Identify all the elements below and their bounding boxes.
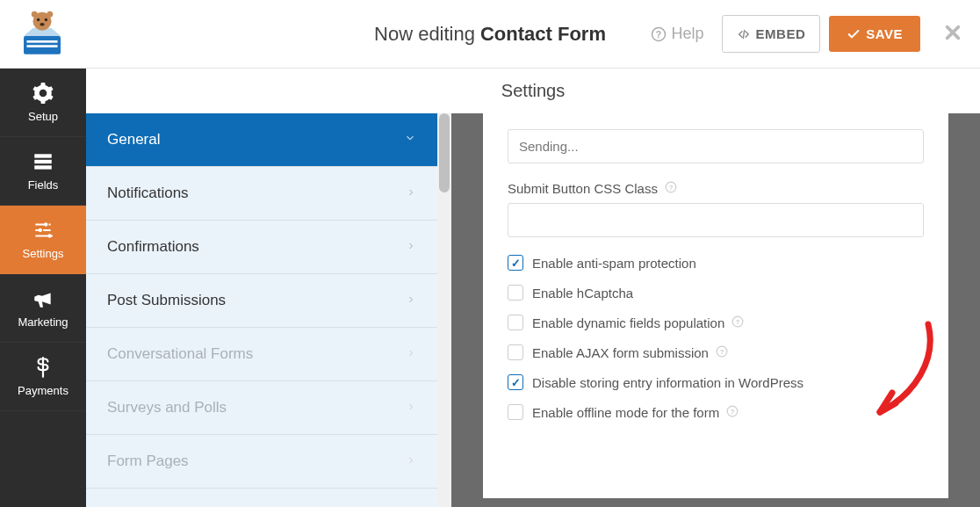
nav-marketing-label: Marketing <box>18 315 68 329</box>
setting-conversational-forms-label: Conversational Forms <box>107 345 253 363</box>
svg-point-7 <box>40 22 44 25</box>
submit-css-label: Submit Button CSS Class ? <box>508 181 924 196</box>
svg-point-6 <box>45 18 48 21</box>
setting-surveys-polls-label: Surveys and Polls <box>107 399 227 416</box>
chevron-right-icon <box>406 399 416 416</box>
check-ajax[interactable]: Enable AJAX form submission ? <box>508 344 924 360</box>
check-antispam[interactable]: Enable anti-spam protection <box>508 255 924 271</box>
top-bar: Now editing Contact Form ? Help EMBED SA… <box>0 0 980 69</box>
nav-payments-label: Payments <box>18 384 68 397</box>
svg-rect-14 <box>34 165 52 169</box>
ajax-label: Enable AJAX form submission <box>532 345 709 360</box>
side-nav: Setup Fields Settings Marketing Payments <box>0 69 86 507</box>
setting-confirmations[interactable]: Confirmations <box>86 221 437 274</box>
settings-list: General Notifications Confirmations Post… <box>86 113 437 507</box>
content-area: Submit Button CSS Class ? Enable anti-sp… <box>451 113 980 507</box>
antispam-label: Enable anti-spam protection <box>532 256 696 271</box>
offline-label: Enable offline mode for the form <box>532 405 719 420</box>
check-hcaptcha[interactable]: Enable hCaptcha <box>508 285 924 301</box>
chevron-right-icon <box>406 185 416 202</box>
nav-settings[interactable]: Settings <box>0 206 86 274</box>
setting-form-pages-label: Form Pages <box>107 453 189 470</box>
checkbox-disable-store[interactable] <box>508 374 523 390</box>
svg-point-16 <box>39 228 42 232</box>
svg-text:?: ? <box>669 184 674 192</box>
setting-conversational-forms[interactable]: Conversational Forms <box>86 328 437 381</box>
chevron-right-icon <box>406 345 416 363</box>
code-icon <box>737 27 751 41</box>
svg-rect-12 <box>34 154 52 157</box>
disable-store-label: Disable storing entry information in Wor… <box>532 375 803 390</box>
help-icon[interactable]: ? <box>716 345 728 360</box>
wpforms-logo <box>18 10 67 59</box>
setting-surveys-polls[interactable]: Surveys and Polls <box>86 381 437 435</box>
help-icon[interactable]: ? <box>665 181 677 196</box>
content-card: Submit Button CSS Class ? Enable anti-sp… <box>483 113 948 498</box>
editing-prefix: Now editing <box>374 23 475 46</box>
gear-icon <box>32 82 54 105</box>
setting-confirmations-label: Confirmations <box>107 238 199 256</box>
nav-fields[interactable]: Fields <box>0 137 86 206</box>
check-dynamic[interactable]: Enable dynamic fields population ? <box>508 315 924 330</box>
nav-setup[interactable]: Setup <box>0 69 86 137</box>
setting-general[interactable]: General <box>86 113 437 167</box>
nav-setup-label: Setup <box>28 110 58 123</box>
list-icon <box>32 150 54 173</box>
sending-input[interactable] <box>508 129 924 163</box>
scroll-thumb[interactable] <box>439 113 450 192</box>
close-button[interactable] <box>943 20 962 48</box>
dynamic-label: Enable dynamic fields population <box>532 315 724 330</box>
setting-notifications-label: Notifications <box>107 185 189 202</box>
form-name: Contact Form <box>480 23 606 46</box>
chevron-right-icon <box>406 238 416 256</box>
submit-css-input[interactable] <box>508 203 924 237</box>
dollar-icon <box>32 356 54 379</box>
svg-point-9 <box>47 11 53 17</box>
svg-text:?: ? <box>720 347 724 355</box>
check-disable-store[interactable]: Disable storing entry information in Wor… <box>508 374 924 390</box>
sliders-icon <box>32 219 54 242</box>
checkbox-offline[interactable] <box>508 404 523 420</box>
svg-text:?: ? <box>731 407 735 415</box>
help-icon[interactable]: ? <box>731 315 744 330</box>
chevron-down-icon <box>404 131 416 148</box>
settings-scrollbar[interactable] <box>437 113 451 507</box>
setting-general-label: General <box>107 131 160 148</box>
panel-body: General Notifications Confirmations Post… <box>86 113 980 507</box>
setting-form-pages[interactable]: Form Pages <box>86 435 437 489</box>
checkbox-ajax[interactable] <box>508 344 523 360</box>
checkbox-hcaptcha[interactable] <box>508 285 523 301</box>
nav-marketing[interactable]: Marketing <box>0 274 86 343</box>
help-link[interactable]: ? Help <box>651 25 704 43</box>
checkbox-antispam[interactable] <box>508 255 523 271</box>
checkbox-dynamic[interactable] <box>508 315 523 330</box>
hcaptcha-label: Enable hCaptcha <box>532 286 633 301</box>
svg-rect-1 <box>27 40 58 43</box>
close-icon <box>943 23 962 42</box>
setting-notifications[interactable]: Notifications <box>86 167 437 221</box>
nav-settings-label: Settings <box>23 247 64 260</box>
embed-button[interactable]: EMBED <box>722 15 821 53</box>
check-icon <box>847 27 861 41</box>
svg-point-15 <box>44 222 47 226</box>
main-area: Setup Fields Settings Marketing Payments… <box>0 69 980 507</box>
panel-title: Settings <box>86 69 980 113</box>
nav-fields-label: Fields <box>28 178 59 192</box>
svg-point-17 <box>47 234 51 237</box>
help-icon[interactable]: ? <box>726 405 739 420</box>
check-offline[interactable]: Enable offline mode for the form ? <box>508 404 924 420</box>
save-button[interactable]: SAVE <box>829 16 920 52</box>
editing-title: Now editing Contact Form <box>374 23 606 46</box>
bullhorn-icon <box>32 287 54 310</box>
chevron-right-icon <box>406 292 416 309</box>
help-label: Help <box>672 25 704 43</box>
chevron-right-icon <box>406 453 416 470</box>
svg-text:?: ? <box>655 28 660 39</box>
embed-label: EMBED <box>756 26 806 41</box>
save-label: SAVE <box>866 26 903 41</box>
nav-payments[interactable]: Payments <box>0 343 86 411</box>
settings-panel: Settings General Notifications Confirmat… <box>86 69 980 507</box>
setting-post-submissions-label: Post Submissions <box>107 292 226 309</box>
svg-point-8 <box>32 11 38 17</box>
setting-post-submissions[interactable]: Post Submissions <box>86 274 437 328</box>
